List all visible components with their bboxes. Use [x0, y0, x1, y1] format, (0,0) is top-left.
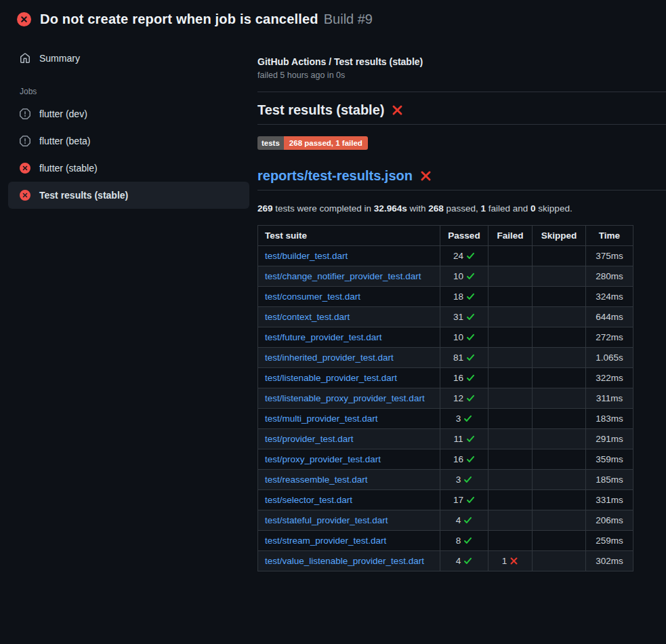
check-icon [466, 435, 475, 443]
test-suite-link[interactable]: test/inherited_provider_test.dart [265, 353, 394, 363]
check-icon [466, 251, 475, 260]
sidebar-job-label: flutter (beta) [39, 134, 90, 148]
divider [257, 92, 666, 92]
check-icon [466, 496, 475, 504]
sidebar-summary-label: Summary [39, 53, 80, 64]
column-header: Skipped [533, 226, 586, 246]
failed-cell [488, 307, 533, 327]
test-suite-link[interactable]: test/value_listenable_provider_test.dart [265, 556, 424, 566]
test-suite-link[interactable]: test/reassemble_test.dart [265, 475, 368, 485]
x-icon [509, 557, 518, 565]
jobs-section-label: Jobs [20, 87, 257, 96]
time-cell: 322ms [586, 368, 633, 388]
check-icon [466, 394, 475, 403]
test-suite-link[interactable]: test/multi_provider_test.dart [265, 414, 378, 424]
check-icon [466, 374, 475, 382]
test-suite-link[interactable]: test/stream_provider_test.dart [265, 536, 386, 546]
check-icon [466, 313, 475, 321]
x-circle-icon [20, 190, 30, 201]
summary-part: failed and [486, 203, 530, 214]
build-number: Build #9 [324, 12, 373, 27]
table-row: test/provider_test.dart 11 291ms [258, 429, 633, 449]
time-cell: 359ms [586, 449, 633, 470]
failed-cell [488, 531, 533, 551]
check-icon [466, 333, 475, 342]
test-suite-link[interactable]: test/change_notifier_provider_test.dart [265, 271, 421, 281]
summary-part: 0 [530, 203, 536, 214]
test-suite-link[interactable]: test/future_provider_test.dart [265, 332, 382, 342]
report-heading[interactable]: reports/test-results.json [257, 168, 666, 190]
summary-part: 269 [257, 203, 273, 214]
passed-cell: 12 [440, 388, 488, 409]
time-cell: 206ms [586, 510, 633, 531]
table-row: test/context_test.dart 31 644ms [258, 307, 633, 327]
failed-cell [488, 409, 533, 429]
passed-cell: 17 [440, 490, 488, 510]
check-icon [466, 353, 475, 362]
failed-cell: 1 [488, 551, 533, 571]
test-suite-link[interactable]: test/context_test.dart [265, 312, 350, 322]
column-header: Passed [440, 226, 488, 246]
test-suite-link[interactable]: test/consumer_test.dart [265, 291, 360, 302]
time-cell: 324ms [586, 287, 633, 307]
test-suite-link[interactable]: test/selector_test.dart [265, 495, 352, 505]
sidebar-job-item[interactable]: flutter (dev) [8, 100, 249, 127]
check-icon [463, 475, 472, 484]
badge-label: tests [257, 136, 284, 150]
time-cell: 331ms [586, 490, 633, 510]
time-cell: 291ms [586, 429, 633, 449]
passed-cell: 24 [440, 246, 488, 266]
test-suite-link[interactable]: test/proxy_provider_test.dart [265, 454, 381, 464]
failed-cell [488, 266, 533, 287]
summary-part: 32.964s [374, 203, 407, 214]
failed-cell [488, 348, 533, 368]
check-icon [466, 272, 475, 281]
failed-cell [488, 327, 533, 348]
table-row: test/selector_test.dart 17 331ms [258, 490, 633, 510]
time-cell: 280ms [586, 266, 633, 287]
home-icon [20, 53, 30, 64]
time-cell: 1.065s [586, 348, 633, 368]
skipped-cell [533, 470, 586, 490]
report-heading-label: reports/test-results.json [257, 168, 413, 184]
table-row: test/builder_test.dart 24 375ms [258, 246, 633, 266]
jobs-list: flutter (dev) flutter (beta) flutter (st… [0, 100, 257, 209]
passed-cell: 10 [440, 327, 488, 348]
failed-cell [488, 490, 533, 510]
sidebar-item-summary[interactable]: Summary [0, 46, 257, 71]
test-suite-link[interactable]: test/listenable_provider_test.dart [265, 373, 397, 383]
summary-part: tests were completed in [273, 203, 374, 214]
skipped-cell [533, 368, 586, 388]
test-suite-link[interactable]: test/listenable_proxy_provider_test.dart [265, 393, 425, 403]
test-suite-link[interactable]: test/stateful_provider_test.dart [265, 515, 388, 525]
time-cell: 644ms [586, 307, 633, 327]
badge-value: 268 passed, 1 failed [284, 136, 368, 150]
sidebar: Summary Jobs flutter (dev) flutter (beta… [0, 36, 257, 209]
sidebar-job-item[interactable]: Test results (stable) [8, 182, 249, 209]
sidebar-job-label: flutter (stable) [39, 161, 98, 175]
time-cell: 272ms [586, 327, 633, 348]
table-row: test/stream_provider_test.dart 8 259ms [258, 531, 633, 551]
time-cell: 183ms [586, 409, 633, 429]
test-suite-link[interactable]: test/builder_test.dart [265, 251, 348, 261]
time-cell: 185ms [586, 470, 633, 490]
failed-cell [488, 287, 533, 307]
page-title: Do not create report when job is cancell… [40, 12, 318, 27]
sidebar-job-item[interactable]: flutter (stable) [8, 155, 249, 182]
time-cell: 302ms [586, 551, 633, 571]
failed-cell [488, 429, 533, 449]
skipped-cell [533, 327, 586, 348]
summary-part: skipped. [536, 203, 573, 214]
skipped-cell [533, 287, 586, 307]
table-header-row: Test suitePassedFailedSkippedTime [258, 226, 633, 246]
tests-badge[interactable]: tests 268 passed, 1 failed [257, 136, 368, 150]
failed-cell [488, 510, 533, 531]
test-suite-link[interactable]: test/provider_test.dart [265, 434, 354, 444]
section-heading-label: Test results (stable) [257, 102, 384, 118]
table-row: test/inherited_provider_test.dart 81 1.0… [258, 348, 633, 368]
table-row: test/multi_provider_test.dart 3 183ms [258, 409, 633, 429]
summary-part: 268 [428, 203, 444, 214]
summary-part: with [407, 203, 429, 214]
sidebar-job-item[interactable]: flutter (beta) [8, 127, 249, 155]
job-status-line: failed 5 hours ago in 0s [257, 71, 666, 80]
